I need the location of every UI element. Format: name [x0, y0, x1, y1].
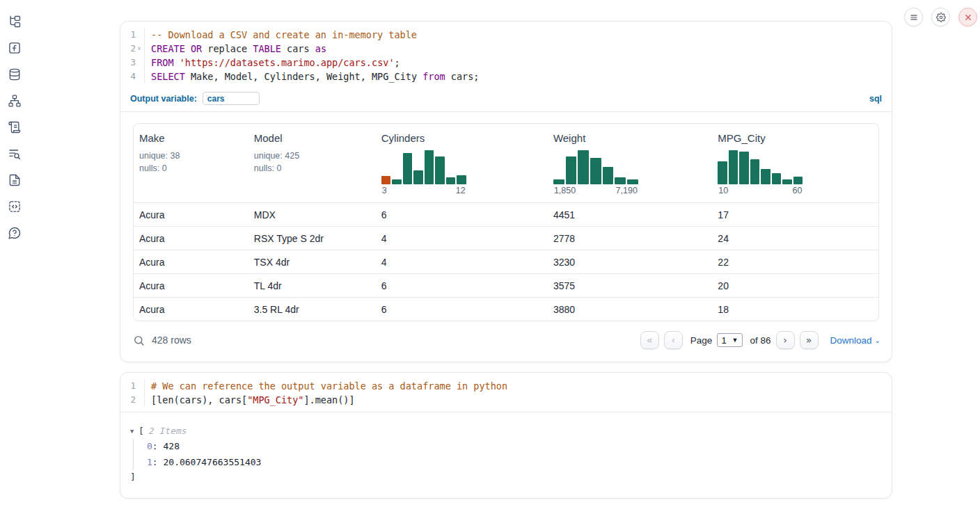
code-token — [185, 43, 191, 54]
code-token: [len(cars), cars[ — [151, 394, 247, 405]
code-token: SELECT — [151, 71, 185, 82]
table-row[interactable]: AcuraTSX 4dr4323022 — [134, 250, 878, 273]
histogram-bar — [446, 177, 456, 184]
table-cell: 17 — [712, 203, 878, 226]
settings-button[interactable] — [931, 8, 950, 26]
code-token: "MPG_City" — [247, 394, 303, 405]
column-stats: unique: 38nulls: 0 — [139, 150, 243, 175]
table-row[interactable]: AcuraMDX6445117 — [134, 202, 878, 226]
code-line-text: [len(cars), cars["MPG_City"].mean()] — [144, 393, 355, 407]
histogram-bar — [590, 158, 601, 184]
histogram-bar — [381, 176, 391, 184]
documentation-icon[interactable] — [7, 172, 22, 188]
close-button[interactable] — [958, 8, 977, 26]
line-number: 2∨ — [120, 42, 144, 56]
first-page-button[interactable]: « — [640, 331, 659, 349]
table-cell: Acura — [134, 203, 248, 226]
table-footer: 428 rows « ‹ Page 1 ▼ of 86 › » Download… — [120, 321, 892, 362]
histogram-bar — [425, 150, 434, 184]
prev-page-button[interactable]: ‹ — [664, 331, 683, 349]
code-token: cars; — [445, 71, 480, 82]
code-token: ].mean()] — [303, 394, 354, 405]
pagination: « ‹ Page 1 ▼ of 86 › » Download ⌄ — [640, 331, 880, 349]
entry-value: 428 — [163, 441, 179, 451]
code-line: 1-- Download a CSV and create an in-memo… — [120, 28, 892, 42]
language-badge[interactable]: sql — [869, 94, 882, 104]
column-header[interactable]: Makeunique: 38nulls: 0 — [134, 124, 248, 202]
code-line-text: FROM 'https://datasets.marimo.app/cars.c… — [144, 56, 400, 70]
table-cell: 6 — [376, 274, 548, 297]
column-stat-line: nulls: 0 — [139, 163, 243, 175]
file-tree-icon[interactable] — [7, 14, 22, 29]
output-variable-label: Output variable: — [130, 94, 197, 104]
axis-max-label: 12 — [456, 186, 466, 195]
snippets-icon[interactable] — [7, 199, 22, 214]
histogram-bar — [413, 170, 423, 184]
column-header[interactable]: MPG_City1060 — [712, 124, 878, 202]
column-header[interactable]: Modelunique: 425nulls: 0 — [248, 124, 376, 202]
sql-code-editor[interactable]: 1-- Download a CSV and create an in-memo… — [120, 22, 892, 88]
histogram-axis-labels: 1,8507,190 — [553, 184, 638, 195]
code-token: FROM — [151, 57, 174, 68]
entry-colon: : — [152, 457, 164, 467]
logs-search-icon[interactable] — [7, 146, 22, 161]
database-icon[interactable] — [7, 67, 22, 82]
table-cell: Acura — [134, 250, 248, 273]
help-icon[interactable] — [7, 225, 22, 241]
histogram-bar — [793, 177, 803, 184]
gear-icon — [936, 13, 946, 22]
histogram-bar — [750, 159, 760, 184]
axis-min-label: 3 — [382, 186, 387, 195]
dependency-graph-icon[interactable] — [7, 93, 22, 108]
line-number: 4 — [120, 70, 144, 83]
column-title: Model — [254, 132, 370, 144]
table-cell: 4 — [376, 227, 548, 250]
table-cell: Acura — [134, 227, 248, 250]
last-page-button[interactable]: » — [800, 331, 819, 349]
download-button[interactable]: Download ⌄ — [830, 335, 880, 346]
histogram-bar — [782, 179, 792, 184]
code-line: 2[len(cars), cars["MPG_City"].mean()] — [120, 393, 892, 407]
next-page-button[interactable]: › — [776, 331, 795, 349]
tree-collapse-icon[interactable]: ▼ — [130, 424, 139, 439]
column-stat-line: nulls: 0 — [254, 163, 370, 175]
column-stats: unique: 425nulls: 0 — [254, 150, 370, 175]
column-stat-line: unique: 38 — [139, 150, 243, 163]
table-cell: 4451 — [548, 203, 712, 226]
close-bracket: ] — [130, 470, 879, 484]
table-row[interactable]: Acura3.5 RL 4dr6388018 — [134, 297, 878, 321]
functions-icon[interactable] — [7, 40, 22, 56]
code-line: 2∨CREATE OR replace TABLE cars as — [120, 42, 892, 56]
axis-min-label: 1,850 — [554, 186, 576, 195]
histogram-bar — [392, 179, 402, 184]
page-select[interactable]: 1 ▼ — [717, 333, 742, 347]
code-token: from — [422, 71, 445, 82]
column-header[interactable]: Cylinders312 — [376, 124, 548, 202]
code-token: Make, Model, Cylinders, Weight, MPG_City — [185, 71, 422, 82]
table-row[interactable]: AcuraTL 4dr6357520 — [134, 273, 878, 297]
line-number: 2 — [120, 393, 144, 407]
python-code-editor[interactable]: 1# We can reference the output variable … — [120, 373, 892, 412]
fold-chevron-icon[interactable]: ∨ — [136, 42, 143, 56]
output-variable-input[interactable] — [203, 92, 260, 105]
tree-entry: 1: 20.060747663551403 — [147, 455, 879, 471]
table-header-row: Makeunique: 38nulls: 0Modelunique: 425nu… — [134, 124, 878, 202]
menu-button[interactable] — [904, 8, 923, 26]
table-row[interactable]: AcuraRSX Type S 2dr4277824 — [134, 226, 878, 250]
column-header[interactable]: Weight1,8507,190 — [548, 124, 712, 202]
line-number-text: 2 — [130, 42, 136, 56]
code-line-text: SELECT Make, Model, Cylinders, Weight, M… — [144, 70, 479, 83]
column-title: Make — [139, 132, 243, 144]
table-cell: 6 — [376, 203, 548, 226]
histogram-bar — [615, 177, 626, 184]
code-token — [174, 57, 180, 68]
entry-index: 0 — [147, 441, 152, 451]
code-line: 1# We can reference the output variable … — [120, 379, 892, 393]
code-line-text: CREATE OR replace TABLE cars as — [144, 42, 326, 56]
table-cell: Acura — [134, 274, 248, 297]
table-cell: TL 4dr — [248, 274, 376, 297]
scratchpad-icon[interactable] — [7, 120, 22, 135]
histogram-bar — [627, 179, 638, 184]
search-icon[interactable] — [133, 335, 145, 346]
table-cell: Acura — [134, 298, 248, 321]
